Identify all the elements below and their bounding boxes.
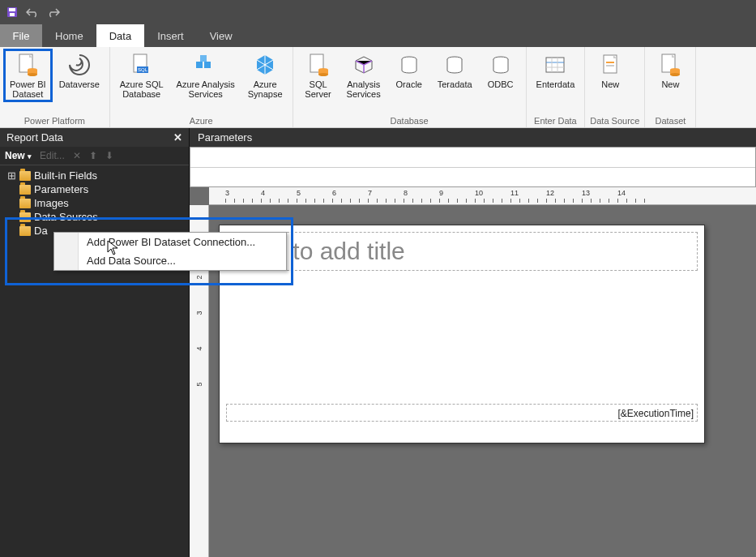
ribbon-group: SQL ServerAnalysis ServicesOracleTeradat… <box>293 47 527 127</box>
ribbon-group-label: Dataset <box>650 114 690 126</box>
folder-icon <box>19 199 31 208</box>
folder-icon <box>19 185 31 195</box>
doc-db-icon <box>305 52 331 78</box>
tab-home[interactable]: Home <box>42 24 96 47</box>
context-menu: Add Power BI Dataset Connection... Add D… <box>53 232 287 271</box>
odbc-button[interactable]: ODBC <box>481 50 521 91</box>
tree-item[interactable]: Data Sources <box>3 210 186 224</box>
footer-box[interactable]: [&ExecutionTime] <box>226 404 698 422</box>
ribbon-button-label: Teradata <box>438 79 472 89</box>
main-area: Report Data ✕ New ▾ Edit... ✕ ⬆ ⬇ ⊞Built… <box>0 128 756 557</box>
ribbon-button-label: Power BI Dataset <box>10 79 46 99</box>
report-data-title: Report Data <box>6 131 63 144</box>
oracle-button[interactable]: Oracle <box>389 50 429 91</box>
svg-rect-12 <box>200 55 207 62</box>
table-icon <box>542 52 568 78</box>
ribbon-group: NewDataset <box>645 47 696 127</box>
cube-icon <box>351 52 377 78</box>
ribbon-button-label: New <box>601 79 619 89</box>
design-area: Parameters 12345 34567891011121314 Click… <box>190 128 756 557</box>
report-data-tree: ⊞Built-in FieldsParametersImagesData Sou… <box>0 165 189 241</box>
cylinder-icon <box>396 52 422 78</box>
ribbon-button-label: SQL Server <box>305 79 331 99</box>
tab-insert[interactable]: Insert <box>144 24 197 47</box>
down-icon: ⬇ <box>105 150 113 161</box>
horizontal-ruler: 34567891011121314 <box>209 187 756 205</box>
canvas-body[interactable]: Click to add title [&ExecutionTime] <box>209 205 756 557</box>
save-icon[interactable] <box>6 6 18 18</box>
svg-rect-10 <box>196 62 203 68</box>
ribbon: Power BI DatasetDataversePower PlatformS… <box>0 47 756 128</box>
new-dataset-button[interactable]: New <box>650 50 690 91</box>
menu-bar: File Home Data Insert View <box>0 24 756 47</box>
edit-button: Edit... <box>40 150 65 161</box>
analysis-services-button[interactable]: Analysis Services <box>342 50 386 101</box>
tree-item-label: Parameters <box>34 183 88 195</box>
cubes-icon <box>193 52 219 78</box>
expand-icon[interactable]: ⊞ <box>6 169 16 182</box>
ribbon-button-label: Analysis Services <box>347 79 381 99</box>
doc-cyl-orange-icon <box>15 52 41 78</box>
close-icon[interactable]: ✕ <box>173 131 182 144</box>
ruler-tick: 13 <box>582 189 590 197</box>
tree-item[interactable]: ⊞Built-in Fields <box>3 169 186 182</box>
ribbon-button-label: Dataverse <box>59 79 100 89</box>
file-menu[interactable]: File <box>0 24 42 47</box>
tree-item-label: Da <box>34 225 48 237</box>
svg-text:SQL: SQL <box>138 67 148 72</box>
svg-point-6 <box>28 73 37 76</box>
ruler-tick: 9 <box>439 189 443 197</box>
ribbon-group-label: Database <box>298 114 521 126</box>
tree-item[interactable]: Images <box>3 196 186 210</box>
ribbon-group-label: Enter Data <box>532 114 580 126</box>
ribbon-button-label: Azure Analysis Services <box>177 79 235 99</box>
undo-icon[interactable] <box>26 6 39 18</box>
tree-item[interactable]: Parameters <box>3 182 186 196</box>
ruler-tick: 3 <box>195 304 203 323</box>
synapse-icon <box>252 52 278 78</box>
doc-plain-icon <box>597 52 623 78</box>
svg-rect-20 <box>546 58 564 72</box>
ribbon-button-label: Azure SQL Database <box>120 79 164 99</box>
title-bar <box>0 0 756 24</box>
teradata-button[interactable]: Teradata <box>433 50 477 91</box>
sql-server-button[interactable]: SQL Server <box>298 50 339 101</box>
enterdata-button[interactable]: Enterdata <box>532 50 580 91</box>
report-page[interactable]: Click to add title [&ExecutionTime] <box>219 225 705 443</box>
folder-icon <box>19 171 31 181</box>
azure-synapse-button[interactable]: Azure Synapse <box>243 50 288 101</box>
power-bi-dataset-button[interactable]: Power BI Dataset <box>5 50 51 101</box>
parameters-grid[interactable] <box>190 147 756 187</box>
ribbon-button-label: Azure Synapse <box>248 79 283 99</box>
report-data-panel: Report Data ✕ New ▾ Edit... ✕ ⬆ ⬇ ⊞Built… <box>0 128 190 557</box>
add-powerbi-connection-item[interactable]: Add Power BI Dataset Connection... <box>54 233 286 251</box>
svg-rect-27 <box>606 65 614 66</box>
add-data-source-item[interactable]: Add Data Source... <box>54 251 286 270</box>
report-data-header: Report Data ✕ <box>0 128 189 147</box>
redo-icon[interactable] <box>47 6 60 18</box>
azure-sql-button[interactable]: SQLAzure SQL Database <box>115 50 169 101</box>
ruler-tick: 6 <box>332 189 336 197</box>
execution-time-field: [&ExecutionTime] <box>617 408 694 419</box>
ruler-tick: 8 <box>404 189 408 197</box>
ribbon-button-label: Enterdata <box>536 79 575 89</box>
dataverse-button[interactable]: Dataverse <box>54 50 105 91</box>
ruler-tick: 3 <box>225 189 229 197</box>
ribbon-group: Power BI DatasetDataversePower Platform <box>0 47 110 127</box>
cylinder-icon <box>488 52 514 78</box>
tab-view[interactable]: View <box>197 24 246 47</box>
new-dropdown[interactable]: New ▾ <box>5 150 32 161</box>
title-textbox[interactable]: Click to add title <box>226 232 698 271</box>
tab-data[interactable]: Data <box>96 24 144 47</box>
ruler-tick: 4 <box>195 340 203 358</box>
ribbon-button-label: New <box>661 79 679 89</box>
ribbon-group-label: Data Source <box>590 114 639 126</box>
ruler-tick: 4 <box>261 189 265 197</box>
ruler-tick: 10 <box>475 189 483 197</box>
tree-item-label: Images <box>34 197 69 209</box>
ribbon-button-label: Oracle <box>396 79 422 89</box>
azure-analysis-button[interactable]: Azure Analysis Services <box>172 50 240 101</box>
svg-rect-2 <box>10 13 15 16</box>
doc-cyl-orange-icon <box>657 52 683 78</box>
new-datasource-button[interactable]: New <box>590 50 630 91</box>
